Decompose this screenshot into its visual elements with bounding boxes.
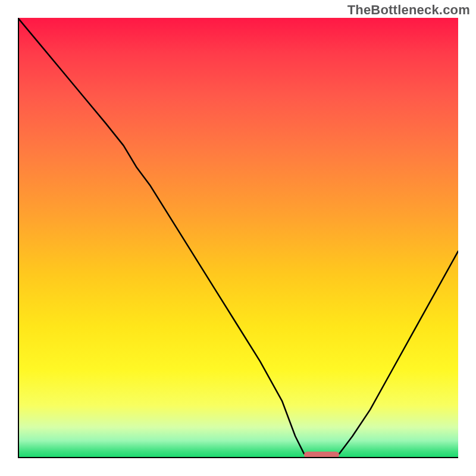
attribution-text: TheBottleneck.com	[347, 2, 470, 18]
x-axis	[18, 457, 458, 458]
y-axis	[18, 18, 19, 458]
bottleneck-chart: TheBottleneck.com	[0, 0, 476, 476]
bottleneck-curve	[18, 18, 458, 456]
curve-layer	[18, 18, 458, 458]
plot-area	[18, 18, 458, 458]
